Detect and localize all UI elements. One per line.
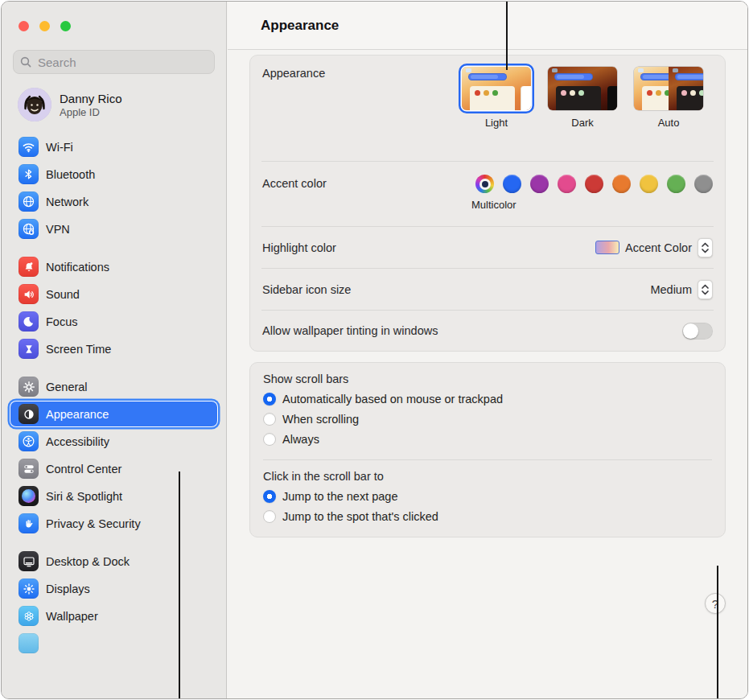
toggle-knob (683, 323, 698, 339)
show-scroll-bars-option-1[interactable]: When scrolling (263, 409, 712, 429)
scroll-bar-click-title: Click in the scroll bar to (263, 470, 712, 483)
accent-color-gray[interactable] (694, 175, 713, 193)
appearance-row-label: Appearance (262, 67, 325, 80)
sidebar-item-label: Wi-Fi (46, 141, 73, 154)
sidebar-item-label: Accessibility (46, 435, 109, 448)
vpn-icon (19, 219, 39, 239)
wallpaper-tinting-toggle[interactable] (682, 323, 713, 340)
sidebar-item-label: Siri & Spotlight (46, 490, 122, 503)
radio-unselected-icon[interactable] (263, 510, 276, 523)
accent-color-red[interactable] (585, 175, 603, 193)
show-scroll-bars-option-0[interactable]: Automatically based on mouse or trackpad (263, 389, 712, 409)
sidebar-item-wifi[interactable]: Wi-Fi (10, 134, 218, 160)
theme-label: Light (485, 117, 508, 129)
flower-icon (19, 606, 39, 626)
sidebar-item-wallpaper[interactable]: Wallpaper (10, 603, 218, 629)
sidebar-item-label: Screen Time (46, 343, 111, 356)
sidebar-item-focus[interactable]: Focus (10, 308, 218, 335)
sidebar-item-displays[interactable]: Displays (10, 575, 218, 602)
sidebar-item-label: Sound (46, 288, 80, 301)
scroll-bar-click-option-1[interactable]: Jump to the spot that's clicked (263, 506, 712, 526)
show-scroll-bars-title: Show scroll bars (263, 373, 712, 385)
close-button[interactable] (19, 21, 29, 31)
accent-color-green[interactable] (667, 175, 685, 193)
help-button[interactable]: ? (705, 593, 726, 614)
speaker-icon (19, 284, 39, 304)
sidebar-item-vpn[interactable]: VPN (10, 216, 218, 242)
sidebar-item-sound[interactable]: Sound (10, 281, 218, 307)
globe-icon (19, 191, 39, 212)
highlight-stepper[interactable] (698, 238, 713, 257)
theme-option-light[interactable]: Light (462, 67, 531, 129)
show-scroll-bars-option-2[interactable]: Always (263, 429, 712, 449)
theme-picker: Light Dark Auto (462, 67, 703, 129)
radio-unselected-icon[interactable] (263, 413, 276, 426)
sidebar-item-clipped-item[interactable] (10, 630, 218, 657)
accent-color-multicolor[interactable] (475, 175, 494, 193)
theme-option-dark[interactable]: Dark (548, 67, 617, 129)
sidebar-item-label: Privacy & Security (46, 517, 141, 530)
sidebar-item-label: Displays (46, 583, 90, 595)
sidebar-size-value: Medium (650, 283, 692, 296)
profile-name: Danny Rico (60, 91, 122, 106)
sidebar-size-row-label: Sidebar icon size (262, 283, 351, 296)
sidebar-item-network[interactable]: Network (10, 188, 218, 215)
radio-unselected-icon[interactable] (263, 433, 276, 446)
traffic-lights (10, 2, 218, 31)
accent-color-pink[interactable] (558, 175, 576, 193)
accent-row-label: Accent color (262, 177, 327, 190)
minimize-button[interactable] (39, 21, 50, 31)
sidebar-item-accessibility[interactable]: Accessibility (10, 428, 218, 455)
radio-label: When scrolling (282, 413, 359, 426)
profile-subtitle: Apple ID (60, 106, 122, 119)
apple-id-profile[interactable]: Danny Rico Apple ID (18, 88, 215, 121)
sidebar-item-siri-spotlight[interactable]: Siri & Spotlight (10, 483, 218, 509)
sidebar-item-label: Network (46, 196, 88, 208)
sidebar-item-desktop-dock[interactable]: Desktop & Dock (10, 548, 218, 574)
accent-color-orange[interactable] (612, 175, 631, 193)
bluetooth-icon (19, 164, 39, 184)
radio-label: Jump to the spot that's clicked (282, 510, 438, 523)
highlight-color-select[interactable]: Accent Color (595, 238, 713, 257)
radio-selected-icon[interactable] (263, 490, 276, 503)
sidebar-item-privacy-security[interactable]: Privacy & Security (10, 510, 218, 537)
desktop-icon (19, 551, 39, 571)
sidebar-size-stepper[interactable] (698, 280, 713, 299)
theme-thumbnail-auto[interactable] (634, 67, 703, 110)
accent-color-blue[interactable] (503, 175, 521, 193)
radio-selected-icon[interactable] (263, 393, 276, 406)
sidebar-item-label: Control Center (46, 463, 121, 476)
none-icon (19, 633, 39, 653)
scroll-bar-click-option-0[interactable]: Jump to the next page (263, 486, 712, 506)
hand-icon (19, 513, 39, 533)
highlight-row-label: Highlight color (262, 241, 336, 254)
scroll-bar-click-group: Click in the scroll bar to Jump to the n… (250, 460, 725, 537)
accent-color-purple[interactable] (530, 175, 549, 193)
radio-label: Automatically based on mouse or trackpad (282, 393, 503, 406)
page-title: Appearance (261, 18, 339, 34)
toggles-icon (19, 459, 39, 479)
bell-icon (19, 257, 39, 277)
theme-thumbnail-light[interactable] (462, 67, 531, 110)
sidebar-item-control-center[interactable]: Control Center (10, 455, 218, 482)
sidebar-size-select[interactable]: Medium (650, 280, 713, 299)
sidebar-item-general[interactable]: General (10, 373, 218, 400)
sun-icon (19, 579, 39, 599)
theme-thumbnail-dark[interactable] (548, 67, 617, 110)
sidebar-item-appearance[interactable]: Appearance (10, 401, 218, 427)
sidebar-item-label: Focus (46, 315, 78, 328)
sidebar-item-label: VPN (46, 223, 70, 236)
theme-option-auto[interactable]: Auto (634, 67, 703, 129)
siri-orb (22, 489, 35, 503)
sidebar-item-label: General (46, 381, 88, 393)
search-field[interactable] (13, 50, 215, 74)
sidebar-item-screen-time[interactable]: Screen Time (10, 336, 218, 362)
zoom-button[interactable] (60, 21, 71, 31)
accent-color-yellow[interactable] (640, 175, 658, 193)
sidebar-item-label: Notifications (46, 261, 109, 274)
appearance-icon (19, 404, 39, 424)
wifi-icon (19, 137, 39, 157)
sidebar-item-bluetooth[interactable]: Bluetooth (10, 161, 218, 187)
search-input[interactable] (36, 55, 208, 70)
sidebar-item-notifications[interactable]: Notifications (10, 253, 218, 280)
